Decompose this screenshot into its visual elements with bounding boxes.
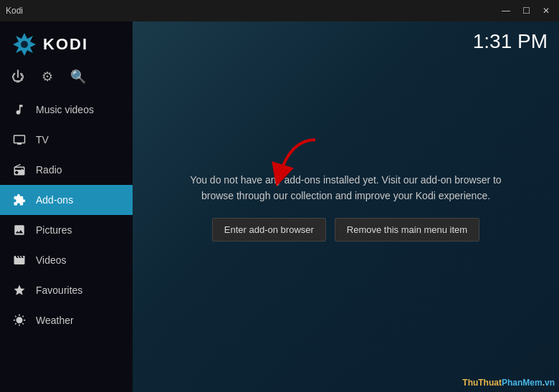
sidebar-item-tv-label: TV (36, 134, 49, 145)
pictures-icon (11, 222, 27, 238)
remove-menu-item-button[interactable]: Remove this main menu item (335, 218, 479, 242)
maximize-button[interactable]: ☐ (519, 4, 533, 18)
sidebar-item-pictures[interactable]: Pictures (0, 215, 133, 245)
minimize-button[interactable]: — (499, 4, 513, 18)
sidebar-toolbar: ⏻ ⚙ 🔍 (0, 66, 133, 95)
sidebar-item-pictures-label: Pictures (36, 224, 72, 236)
sidebar-item-tv[interactable]: TV (0, 125, 133, 155)
window-controls: — ☐ ✕ (499, 4, 553, 18)
main-layout: KODI ⏻ ⚙ 🔍 Music videos TV (0, 21, 559, 392)
music-videos-icon (11, 102, 27, 118)
watermark-domain: vn (545, 378, 555, 388)
sidebar-item-radio-label: Radio (36, 164, 62, 176)
sidebar-item-music-videos[interactable]: Music videos (0, 95, 133, 125)
sidebar-item-radio[interactable]: Radio (0, 155, 133, 185)
sidebar-item-favourites-label: Favourites (36, 285, 82, 296)
close-button[interactable]: ✕ (539, 4, 553, 18)
logo-area: KODI (0, 21, 133, 66)
nav-menu: Music videos TV Radio Add-ons (0, 95, 133, 392)
search-icon[interactable]: 🔍 (70, 69, 86, 85)
clock-display: 1:31 PM (473, 30, 548, 53)
app-title: Kodi (6, 6, 23, 16)
watermark: ThuThuatPhanMem.vn (462, 378, 555, 388)
svg-point-1 (21, 41, 28, 48)
watermark-text: ThuThuat (462, 378, 502, 388)
sidebar-item-weather-label: Weather (36, 315, 74, 326)
sidebar-item-add-ons-label: Add-ons (36, 194, 73, 206)
enter-addon-browser-button[interactable]: Enter add-on browser (212, 218, 326, 242)
addon-empty-state: You do not have any add-ons installed ye… (174, 172, 518, 242)
sidebar: KODI ⏻ ⚙ 🔍 Music videos TV (0, 21, 133, 392)
sidebar-item-videos[interactable]: Videos (0, 245, 133, 275)
sidebar-item-music-videos-label: Music videos (36, 104, 94, 115)
sidebar-item-videos-label: Videos (36, 254, 67, 266)
settings-icon[interactable]: ⚙ (42, 69, 53, 85)
watermark-text2: PhanMem (502, 378, 543, 388)
addon-icon (11, 192, 27, 208)
tv-icon (11, 132, 27, 148)
addon-message-text: You do not have any add-ons installed ye… (174, 172, 518, 204)
sidebar-item-favourites[interactable]: Favourites (0, 275, 133, 305)
radio-icon (11, 162, 27, 178)
sidebar-item-add-ons[interactable]: Add-ons (0, 185, 133, 215)
content-body: You do not have any add-ons installed ye… (133, 21, 559, 392)
titlebar: Kodi — ☐ ✕ (0, 0, 559, 21)
kodi-logo-icon (11, 32, 37, 57)
favourites-icon (11, 282, 27, 298)
videos-icon (11, 252, 27, 268)
addon-action-buttons: Enter add-on browser Remove this main me… (174, 218, 518, 242)
sidebar-item-weather[interactable]: Weather (0, 305, 133, 335)
content-area: 1:31 PM You do not have any add-ons inst… (133, 21, 559, 392)
app-name: KODI (43, 35, 88, 54)
power-icon[interactable]: ⏻ (11, 70, 24, 85)
weather-icon (11, 312, 27, 328)
